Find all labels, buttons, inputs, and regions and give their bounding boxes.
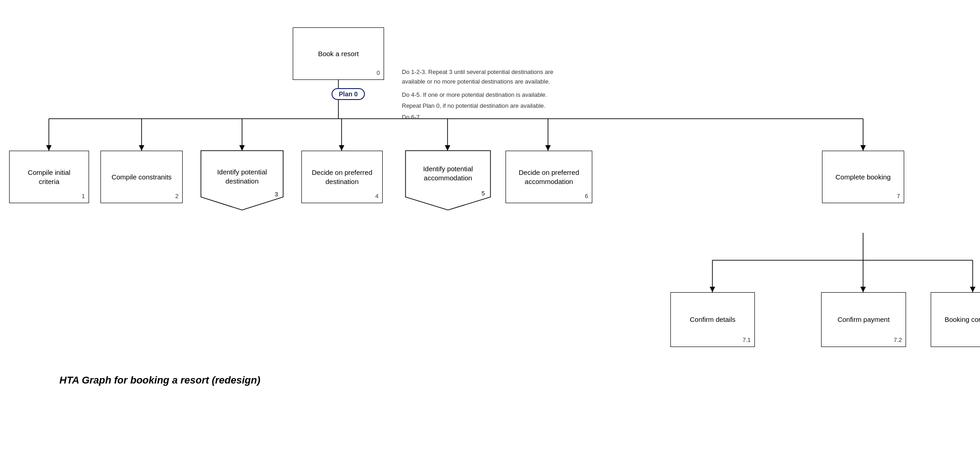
svg-marker-11 [239, 145, 245, 151]
node-71-num: 7.1 [743, 336, 751, 344]
root-num: 0 [377, 69, 380, 77]
svg-marker-21 [710, 287, 715, 292]
svg-marker-9 [46, 145, 52, 151]
node-73: Booking confirmed 7.3 [931, 292, 980, 347]
node-1: Compile initialcriteria 1 [9, 151, 89, 203]
svg-text:Identify potential: Identify potential [423, 165, 473, 173]
node-72-label: Confirm payment [838, 315, 890, 324]
node-71-label: Confirm details [690, 315, 735, 324]
node-4-num: 4 [375, 193, 379, 200]
node-7: Complete booking 7 [822, 151, 904, 203]
node-1-label: Compile initialcriteria [28, 168, 70, 186]
svg-text:3: 3 [274, 191, 278, 198]
svg-marker-15 [860, 145, 866, 151]
node-72: Confirm payment 7.2 [821, 292, 906, 347]
annotation-line4: Do 6-7. [402, 113, 575, 122]
svg-text:5: 5 [481, 190, 485, 197]
svg-text:accommodation: accommodation [424, 174, 472, 182]
node-7-label: Complete booking [836, 173, 891, 182]
diagram: Book a resort 0 Plan 0 Do 1-2-3. Repeat … [0, 0, 980, 452]
root-label: Book a resort [318, 49, 358, 58]
annotation-line2: Do 4-5. If one or more potential destina… [402, 90, 575, 100]
node-3-chevron-border: Identify potential destination 3 [201, 151, 283, 210]
svg-marker-14 [545, 145, 551, 151]
node-5-chevron-border: Identify potential accommodation 5 [406, 151, 490, 210]
annotation-line3: Repeat Plan 0, if no potential destinati… [402, 101, 575, 111]
node-71: Confirm details 7.1 [670, 292, 755, 347]
svg-text:destination: destination [226, 177, 259, 185]
node-2: Compile constranits 2 [100, 151, 183, 203]
annotation-line1: Do 1-2-3. Repeat 3 until several potenti… [402, 68, 575, 87]
node-6-num: 6 [585, 193, 588, 200]
node-6-label: Decide on preferredaccommodation [519, 168, 580, 186]
svg-marker-22 [860, 287, 866, 292]
annotation-block: Do 1-2-3. Repeat 3 until several potenti… [402, 68, 575, 122]
node-73-label: Booking confirmed [944, 315, 980, 324]
svg-marker-10 [139, 145, 144, 151]
svg-marker-23 [970, 287, 975, 292]
plan-badge: Plan 0 [332, 88, 365, 100]
svg-marker-12 [339, 145, 344, 151]
node-4: Decide on preferreddestination 4 [301, 151, 383, 203]
node-4-label: Decide on preferreddestination [312, 168, 373, 186]
node-6: Decide on preferredaccommodation 6 [506, 151, 592, 203]
svg-text:Identify potential: Identify potential [217, 168, 267, 176]
node-7-num: 7 [897, 193, 900, 200]
svg-marker-13 [445, 145, 450, 151]
node-72-num: 7.2 [894, 336, 902, 344]
node-2-num: 2 [175, 193, 179, 200]
diagram-caption: HTA Graph for booking a resort (redesign… [59, 374, 260, 386]
node-1-num: 1 [82, 193, 85, 200]
node-2-label: Compile constranits [111, 173, 172, 182]
root-node: Book a resort 0 [293, 27, 384, 80]
